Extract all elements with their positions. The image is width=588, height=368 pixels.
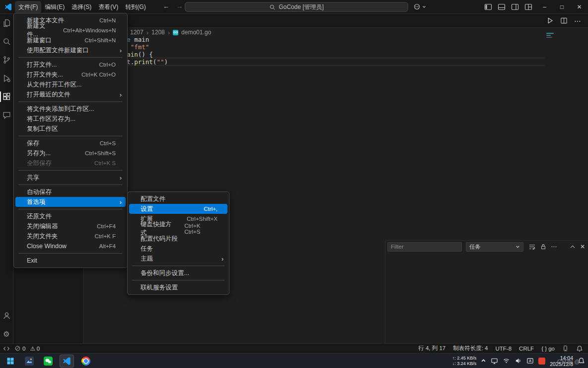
customize-layout-icon[interactable] [524,3,532,11]
menu-item[interactable]: 主题 › [129,254,227,264]
menu-item[interactable]: 备份和同步设置... [129,268,227,278]
history-nav: ← → [163,2,183,10]
sidebar-item-source-control[interactable] [0,51,13,69]
menu-item-shortcut: Ctrl+K Ctrl+O [74,72,116,78]
menubar-item[interactable]: 转到(G) [122,1,149,13]
menu-item[interactable]: 新建文件... Ctrl+Alt+Windows+N [15,25,126,35]
toggle-sidebar-right-icon[interactable] [511,3,519,11]
sidebar-item-explorer[interactable] [0,14,13,32]
remote-indicator-icon[interactable] [3,345,10,352]
toggle-panel-icon[interactable] [498,3,506,11]
menu-item[interactable]: Close Window Alt+F4 [15,241,126,251]
menu-item-label: 联机服务设置 [141,283,178,292]
menubar-item[interactable]: 文件(F) [15,1,41,13]
menu-item[interactable]: 新建窗口 Ctrl+Shift+N [15,35,126,45]
breadcrumb-item[interactable]: 1208 [151,29,165,36]
cursor-position[interactable]: 行 4, 列 17 [418,345,445,352]
menubar-item[interactable]: 查看(V) [95,1,122,13]
split-editor-icon[interactable] [560,17,568,24]
maximize-panel-icon[interactable] [569,243,576,250]
problems-warnings[interactable]: ⚠ 0 [30,345,40,352]
toggle-sidebar-left-icon[interactable] [484,3,492,11]
menu-item-label: 配置文件 [141,195,165,203]
word-wrap-icon[interactable] [528,243,536,251]
menu-item[interactable]: 打开文件夹... Ctrl+K Ctrl+O [15,70,126,80]
menu-item-shortcut: Ctrl+S [93,140,116,146]
sidebar-item-chat[interactable] [0,106,13,124]
problems-errors[interactable]: 0 [14,345,25,352]
menu-item[interactable]: 共享 › [15,173,126,183]
indentation-setting[interactable]: 制表符长度: 4 [453,345,488,352]
menu-item[interactable]: 打开最近的文件 › [15,90,126,99]
wifi-icon[interactable] [503,357,510,365]
menu-item[interactable]: 从文件打开工作区... [15,80,126,90]
maximize-button[interactable]: □ [553,0,571,14]
menu-item[interactable]: 全部保存 Ctrl+K S [15,158,126,168]
account-button[interactable] [0,306,13,325]
menu-item[interactable]: 配置代码片段 [129,234,227,244]
language-mode[interactable]: { } go [541,346,555,352]
menu-item[interactable]: 还原文件 [15,211,126,221]
menu-item[interactable]: 关闭编辑器 Ctrl+F4 [15,221,126,231]
menu-item-shortcut: Ctrl+Shift+N [77,37,116,43]
menu-item-shortcut: Ctrl+Alt+Windows+N [56,27,116,33]
editor-more-actions-icon[interactable]: ⋯ [574,17,581,25]
menu-item[interactable]: 将工作区另存为... [15,114,126,124]
breadcrumb-item-filename[interactable]: demo01.go [181,29,211,36]
menu-item[interactable]: 首选项 › [15,197,126,207]
menu-item[interactable]: 保存 Ctrl+S [15,138,126,148]
menu-item[interactable]: 自动保存 [15,187,126,197]
sidebar-item-extensions[interactable] [0,88,13,106]
back-arrow-icon[interactable]: ← [163,2,169,10]
taskbar-app-wechat[interactable] [41,355,55,368]
menu-item-label: 新建窗口 [27,36,52,45]
panel-more-actions-icon[interactable]: ⋯ [551,243,557,250]
menu-item[interactable]: Exit [15,256,126,266]
menubar-item[interactable]: 编辑(E) [41,1,68,13]
taskbar-app-photos[interactable] [22,355,36,368]
tray-red-app-icon[interactable] [538,358,545,365]
eol-setting[interactable]: CRLF [519,346,534,352]
minimap[interactable] [546,33,554,39]
sidebar-item-run-debug[interactable] [0,69,13,88]
menu-item[interactable]: 键盘快捷方式 Ctrl+K Ctrl+S [129,224,227,234]
menu-item[interactable]: 使用配置文件新建窗口 › [15,45,126,55]
display-icon[interactable] [491,357,498,365]
minimize-button[interactable]: – [536,0,553,14]
taskbar-app-vscode[interactable] [60,355,74,368]
menu-item[interactable]: 将文件夹添加到工作区... [15,104,126,114]
breadcrumb-item[interactable]: 1207 [130,29,144,36]
run-file-button[interactable] [546,17,554,24]
status-device-icon[interactable] [562,345,569,352]
sidebar-item-search[interactable] [0,32,13,51]
menu-item[interactable]: 配置文件 [129,194,227,204]
start-button[interactable] [3,355,17,368]
output-channel-select[interactable]: 任务 [466,242,523,252]
input-method-icon[interactable]: A [526,357,534,365]
menu-item-label: 共享 [27,174,39,182]
menu-item[interactable]: 联机服务设置 [129,282,227,292]
taskbar-app-chrome[interactable] [78,355,93,368]
menu-item[interactable]: 任务 [129,244,227,254]
encoding-setting[interactable]: UTF-8 [496,346,512,352]
menu-item[interactable]: 复制工作区 [15,124,126,134]
menu-item[interactable]: 打开文件... Ctrl+O [15,60,126,70]
command-center-search[interactable]: GoCode [管理员] [185,2,408,12]
breadcrumb-separator-icon: › [147,29,148,36]
menubar-item[interactable]: 选择(S) [68,1,95,13]
menu-item[interactable]: 另存为... Ctrl+Shift+S [15,148,126,158]
notifications-bell-icon[interactable] [576,345,583,352]
close-panel-icon[interactable]: ✕ [580,243,585,250]
settings-button[interactable]: ⚙ [0,325,13,343]
menubar-item-label: 查看(V) [98,3,118,10]
menu-item[interactable]: 设置 Ctrl+, [129,204,227,214]
close-button[interactable]: ✕ [571,0,588,14]
forward-arrow-icon[interactable]: → [176,2,183,10]
tray-overflow-chevron-icon[interactable] [481,358,486,364]
copilot-button[interactable] [413,3,426,10]
menu-item-label: 打开文件夹... [27,71,63,79]
menu-item[interactable]: 关闭文件夹 Ctrl+K F [15,231,126,241]
lock-icon[interactable] [540,243,547,250]
volume-icon[interactable] [514,357,522,365]
output-filter-input[interactable] [387,242,462,252]
